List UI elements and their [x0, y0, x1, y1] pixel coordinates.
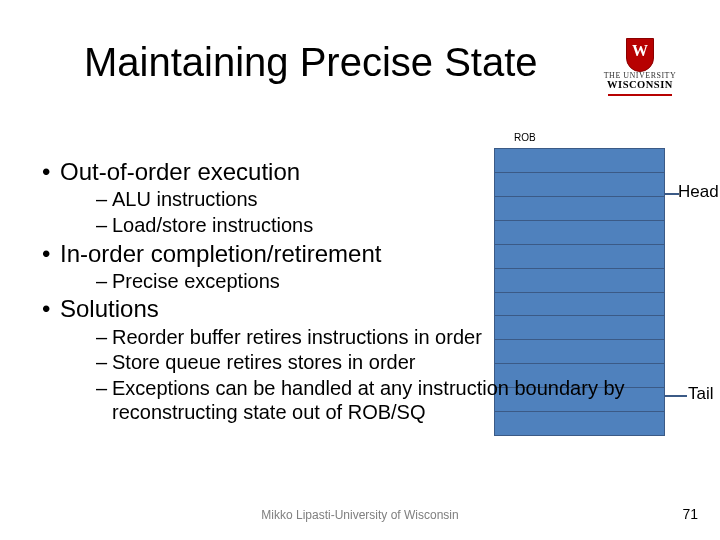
bullet-3: Solutions Reorder buffer retires instruc… [42, 295, 642, 424]
bullet-3-sub-2: Store queue retires stores in order [96, 351, 642, 375]
bullet-1-sub-1: ALU instructions [96, 188, 642, 212]
head-pointer-line [665, 193, 679, 195]
slide-title: Maintaining Precise State [84, 40, 538, 85]
bullet-3-text: Solutions [60, 295, 159, 322]
logo-bigname: WISCONSIN [590, 80, 690, 91]
tail-pointer-label: Tail [688, 384, 714, 404]
rob-label: ROB [514, 132, 536, 143]
bullet-3-sub-1: Reorder buffer retires instructions in o… [96, 326, 642, 350]
logo-bar [608, 94, 672, 96]
head-pointer-label: Head [678, 182, 719, 202]
footer-page-number: 71 [682, 506, 698, 522]
footer-author: Mikko Lipasti-University of Wisconsin [0, 508, 720, 522]
bullet-1-text: Out-of-order execution [60, 158, 300, 185]
bullet-1: Out-of-order execution ALU instructions … [42, 158, 642, 238]
university-logo: THE UNIVERSITY WISCONSIN [590, 38, 690, 92]
bullet-1-sub-2: Load/store instructions [96, 214, 642, 238]
tail-pointer-line [665, 395, 687, 397]
bullet-2-text: In-order completion/retirement [60, 240, 381, 267]
bullet-2: In-order completion/retirement Precise e… [42, 240, 642, 294]
crest-icon [626, 38, 654, 72]
bullet-3-sub-3: Exceptions can be handled at any instruc… [96, 377, 642, 424]
slide: Maintaining Precise State THE UNIVERSITY… [0, 0, 720, 540]
bullet-2-sub-1: Precise exceptions [96, 270, 642, 294]
logo-text: THE UNIVERSITY WISCONSIN [590, 72, 690, 91]
body-text: Out-of-order execution ALU instructions … [42, 158, 642, 426]
